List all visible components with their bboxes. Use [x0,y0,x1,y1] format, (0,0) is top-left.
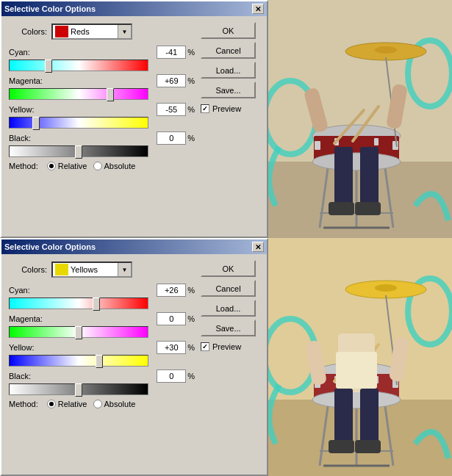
dialog2-color-text: Yellows [71,265,118,274]
dialog1-magenta-track[interactable] [9,88,148,100]
dialog2-yellow-label: Yellow: [9,343,53,352]
dialog2-cyan-value-row: +26 % [157,284,195,297]
dialog1-save-button[interactable]: Save... [201,82,256,98]
dialog1-color-swatch [55,26,68,37]
dialog1-yellow-value[interactable]: -55 [157,103,186,116]
dialog1-black-label: Black: [9,134,53,143]
dialog2-title: Selective Color Options [4,242,96,251]
dialog2-cancel-button[interactable]: Cancel [201,280,256,297]
dialog1-colors-label: Colors: [9,27,47,36]
dialog2-close-button[interactable]: ✕ [252,242,264,252]
dialog2-right: OK Cancel Load... Save... ✓ Preview [201,260,259,469]
svg-rect-55 [360,389,379,447]
svg-rect-14 [392,141,398,150]
dialog2-cyan-label-row: Cyan: +26 % [9,284,195,297]
dialog2-cyan-thumb[interactable] [93,298,100,311]
svg-point-18 [375,46,397,54]
dialog2-relative-option[interactable]: Relative [47,400,87,408]
dialog1-black-track[interactable] [9,145,148,157]
dialog1-cyan-value[interactable]: -41 [157,46,186,59]
dialog1-magenta-label-row: Magenta: +69 % [9,74,195,87]
main-container: Selective Color Options ✕ Colors: Reds ▼ [0,0,452,476]
dialog2-color-select[interactable]: Yellows ▼ [51,262,132,278]
dialog2-colors-label: Colors: [9,265,47,274]
svg-point-40 [312,391,401,408]
dialog1-close-button[interactable]: ✕ [252,4,264,14]
dialog1-magenta-pct: % [187,76,195,85]
dialog1-black-label-row: Black: 0 % [9,131,195,145]
dialog1-cyan-pct: % [187,48,195,57]
dialog1-black-value-row: 0 % [157,131,195,145]
dialog2-titlebar: Selective Color Options ✕ [1,239,267,254]
dialog2-yellow-value[interactable]: +30 [157,341,186,354]
dialog1-cyan-row: Cyan: -41 % [9,46,195,71]
dialog1-absolute-radio[interactable] [93,162,102,170]
svg-rect-23 [360,147,379,206]
dialog2-absolute-option[interactable]: Absolute [93,400,136,408]
dialog1-black-thumb[interactable] [75,145,82,159]
dialog1-content: Colors: Reds ▼ Cyan: -41 [1,16,267,237]
dialog2-method-row: Method: Relative Absolute [9,400,195,408]
dialog2-ok-button[interactable]: OK [201,260,256,277]
dialog2-yellow-track[interactable] [9,355,148,367]
dialog2-preview-row: ✓ Preview [201,342,259,351]
dialog2-preview-label: Preview [212,342,241,351]
dialog1-magenta-value[interactable]: +69 [157,74,186,87]
dialog1-cyan-track[interactable] [9,60,148,71]
svg-rect-51 [336,352,377,389]
dialog2-magenta-thumb[interactable] [75,326,82,339]
dialog2-load-button[interactable]: Load... [201,300,256,317]
dialog1-yellow-thumb[interactable] [32,117,40,130]
dialog1-yellow-label-row: Yellow: -55 % [9,103,195,116]
dialog1-color-select[interactable]: Reds ▼ [51,24,132,40]
dialog2-cyan-value[interactable]: +26 [157,284,186,297]
dialog1-method-row: Method: Relative Absolute [9,162,195,170]
dialog1-yellow-track[interactable] [9,117,148,129]
dialog2-black-track[interactable] [9,383,148,395]
dialog2-magenta-row: Magenta: 0 % [9,312,195,338]
dialog2-save-button[interactable]: Save... [201,320,256,336]
top-photo-panel [268,0,452,238]
dialog2-dropdown-btn[interactable]: ▼ [118,263,131,276]
dialog1-cancel-button[interactable]: Cancel [201,42,256,59]
dialog1-title: Selective Color Options [4,4,96,13]
dialog2-magenta-track[interactable] [9,326,148,338]
dialog1-ok-button[interactable]: OK [201,22,256,39]
dialog2-yellow-thumb[interactable] [96,355,103,368]
dialog1-relative-radio[interactable] [47,162,56,170]
dialog1-black-value[interactable]: 0 [157,131,186,145]
dialog2-magenta-label: Magenta: [9,314,53,323]
dialog2-magenta-label-row: Magenta: 0 % [9,312,195,325]
dialog1-load-button[interactable]: Load... [201,62,256,79]
dialog2-yellow-pct: % [187,343,195,352]
dialog2-preview-checkbox[interactable]: ✓ [201,342,209,351]
dialog2-absolute-radio[interactable] [93,400,102,408]
dialog2-cyan-label: Cyan: [9,286,53,295]
dialog2-left: Colors: Yellows ▼ Cyan: +26 [9,260,195,469]
dialog2-black-thumb[interactable] [75,383,82,397]
dialog2-black-value[interactable]: 0 [157,369,186,383]
dialog1-titlebar: Selective Color Options ✕ [1,1,267,16]
dialog1-dropdown-btn[interactable]: ▼ [118,25,131,38]
dialog1-cyan-label: Cyan: [9,48,53,57]
dialog1-relative-option[interactable]: Relative [47,162,87,170]
dialog1-magenta-thumb[interactable] [107,88,114,101]
dialog1-preview-label: Preview [212,104,241,113]
dialog2-magenta-value-row: 0 % [157,312,195,325]
svg-rect-25 [355,202,381,215]
dialog1-absolute-label: Absolute [104,162,136,170]
dialog1: Selective Color Options ✕ Colors: Reds ▼ [0,0,268,238]
dialog1-relative-label: Relative [58,162,87,170]
dialog2-black-row: Black: 0 % [9,369,195,395]
dialog1-black-pct: % [187,134,195,143]
dialog2-absolute-label: Absolute [104,400,136,408]
dialog2-cyan-pct: % [187,286,195,295]
top-row: Selective Color Options ✕ Colors: Reds ▼ [0,0,452,238]
dialog1-preview-checkbox[interactable]: ✓ [201,104,209,113]
dialog2-relative-radio[interactable] [47,400,56,408]
dialog1-cyan-thumb[interactable] [45,60,52,73]
dialog1-yellow-pct: % [187,105,195,114]
dialog1-absolute-option[interactable]: Absolute [93,162,136,170]
dialog2-magenta-value[interactable]: 0 [157,312,186,325]
dialog2-cyan-track[interactable] [9,298,148,309]
